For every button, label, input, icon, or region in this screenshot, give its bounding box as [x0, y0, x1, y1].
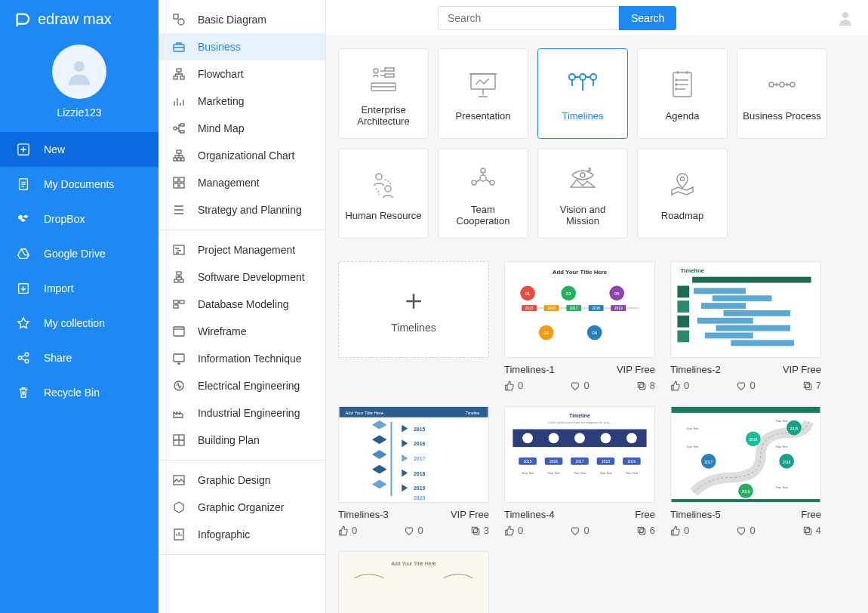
copy-stat[interactable]: 3 — [470, 525, 489, 536]
sidebar-item-import[interactable]: Import — [0, 271, 159, 306]
copy-stat[interactable]: 8 — [636, 380, 655, 391]
subcat-roadmap[interactable]: Roadmap — [637, 148, 728, 239]
category-info-tech[interactable]: Information Technique — [159, 345, 325, 372]
svg-text:Your Text: Your Text — [775, 485, 788, 489]
category-flowchart[interactable]: Flowchart — [159, 60, 325, 88]
template-timelines-5[interactable]: 2019 2017 2018 2016 2015 Your Text Your … — [670, 406, 821, 536]
svg-text:2015: 2015 — [790, 427, 799, 431]
google-drive-icon — [17, 247, 30, 260]
template-partial[interactable]: Add Your Title Here — [338, 551, 489, 613]
svg-point-123 — [601, 433, 611, 443]
svg-point-49 — [676, 88, 677, 90]
category-graphic-design[interactable]: Graphic Design — [159, 467, 325, 494]
svg-rect-92 — [677, 331, 689, 343]
template-timelines-2[interactable]: Timeline — [670, 261, 821, 391]
svg-rect-39 — [385, 68, 394, 71]
category-mind-map[interactable]: Mind Map — [159, 115, 325, 142]
sidebar-item-share[interactable]: Share — [0, 340, 159, 375]
subcat-timelines[interactable]: Timelines — [537, 48, 628, 139]
like-stat[interactable]: 0 — [670, 380, 689, 391]
database-icon — [172, 297, 186, 311]
svg-rect-101 — [805, 384, 811, 389]
template-timelines-4[interactable]: Timeline Create professional time line d… — [504, 406, 655, 536]
tree-icon — [172, 270, 186, 284]
svg-point-0 — [74, 61, 85, 72]
flowchart-icon — [172, 67, 186, 81]
user-profile[interactable]: Lizzie123 — [0, 39, 159, 132]
category-business[interactable]: Business — [159, 33, 325, 60]
subcat-enterprise-architecture[interactable]: Enterprise Architecture — [338, 48, 429, 139]
copy-stat[interactable]: 7 — [802, 380, 821, 391]
svg-rect-21 — [180, 177, 184, 182]
team-icon — [465, 160, 501, 196]
like-stat[interactable]: 0 — [504, 525, 523, 536]
category-panel: Basic Diagram Business Flowchart Marketi… — [159, 0, 326, 613]
sidebar-item-my-documents[interactable]: My Documents — [0, 167, 159, 202]
category-graphic-organizer[interactable]: Graphic Organizer — [159, 494, 325, 521]
template-blank[interactable]: ＋ Timelines — [338, 261, 489, 391]
trash-icon — [17, 386, 30, 399]
subcat-business-process[interactable]: Business Process — [737, 48, 827, 139]
category-basic-diagram[interactable]: Basic Diagram — [159, 6, 325, 33]
copy-stat[interactable]: 4 — [802, 525, 821, 536]
category-infographic[interactable]: Infographic — [159, 521, 325, 548]
like-stat[interactable]: 0 — [338, 525, 357, 536]
user-avatar-icon[interactable] — [836, 9, 854, 27]
svg-text:2019: 2019 — [742, 490, 750, 494]
monitor-icon — [172, 352, 186, 365]
like-stat[interactable]: 0 — [504, 380, 523, 391]
category-building[interactable]: Building Plan — [159, 427, 325, 454]
svg-point-122 — [574, 433, 585, 443]
fav-stat[interactable]: 0 — [736, 525, 755, 536]
svg-point-4 — [25, 353, 29, 356]
svg-point-6 — [25, 359, 29, 363]
copy-stat[interactable]: 6 — [636, 525, 655, 536]
category-org-chart[interactable]: Organizational Chart — [159, 142, 325, 169]
sidebar-item-new[interactable]: New — [0, 132, 159, 167]
category-database[interactable]: Database Modeling — [159, 291, 325, 318]
svg-rect-40 — [385, 74, 394, 77]
sidebar-item-google-drive[interactable]: Google Drive — [0, 236, 159, 271]
svg-rect-7 — [174, 14, 178, 19]
search-input[interactable] — [438, 6, 619, 30]
svg-rect-91 — [677, 316, 689, 328]
subcat-team-cooperation[interactable]: Team Cooperation — [438, 148, 528, 239]
category-project-management[interactable]: Project Management — [159, 236, 325, 263]
fav-stat[interactable]: 0 — [404, 525, 423, 536]
svg-point-60 — [681, 177, 685, 180]
svg-rect-97 — [697, 318, 753, 324]
category-industrial[interactable]: Industrial Engineering — [159, 399, 325, 427]
subcat-agenda[interactable]: Agenda — [637, 48, 728, 139]
thumb-timeline-5: 2019 2017 2018 2016 2015 Your Text Your … — [671, 407, 820, 502]
svg-point-124 — [626, 433, 637, 443]
search-button[interactable]: Search — [619, 6, 676, 30]
chart-icon — [172, 528, 186, 541]
template-timelines-1[interactable]: Add Your Title Here 01 03 05 2015 2016 2… — [504, 261, 655, 391]
sidebar-item-recycle-bin[interactable]: Recycle Bin — [0, 375, 159, 410]
subcat-presentation[interactable]: Presentation — [438, 48, 528, 139]
svg-text:Your Text: Your Text — [599, 471, 612, 475]
circuit-icon — [172, 379, 186, 393]
fav-stat[interactable]: 0 — [736, 380, 755, 391]
template-timelines-3[interactable]: Add Your Title Here Timeline 2015 2016 2… — [338, 406, 489, 536]
fav-stat[interactable]: 0 — [570, 525, 589, 536]
svg-text:2018: 2018 — [783, 461, 791, 464]
svg-rect-88 — [692, 277, 811, 283]
fav-stat[interactable]: 0 — [570, 380, 589, 391]
svg-rect-99 — [705, 333, 753, 339]
subcat-vision-mission[interactable]: Vision and Mission — [537, 148, 628, 239]
svg-point-44 — [580, 74, 586, 80]
category-management[interactable]: Management — [159, 169, 325, 196]
category-electrical[interactable]: Electrical Engineering — [159, 372, 325, 399]
sidebar-item-dropbox[interactable]: DropBox — [0, 202, 159, 236]
subcat-human-resource[interactable]: Human Resource — [338, 148, 429, 239]
category-marketing[interactable]: Marketing — [159, 88, 325, 115]
svg-rect-89 — [677, 286, 689, 298]
category-wireframe[interactable]: Wireframe — [159, 318, 325, 345]
category-strategy[interactable]: Strategy and Planning — [159, 196, 325, 223]
category-software-dev[interactable]: Software Development — [159, 263, 325, 291]
avatar — [52, 45, 106, 99]
agenda-icon — [664, 66, 700, 103]
sidebar-item-my-collection[interactable]: My collection — [0, 306, 159, 340]
like-stat[interactable]: 0 — [670, 525, 689, 536]
